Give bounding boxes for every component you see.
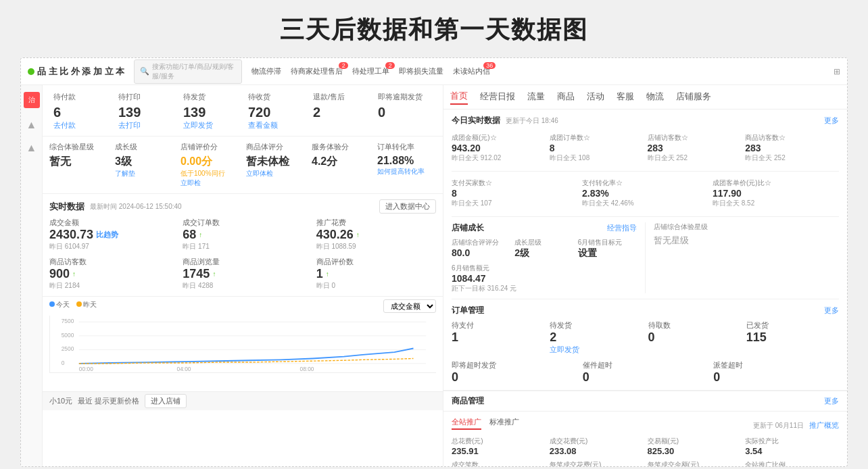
rr-label2-1: 支付转化率☆ <box>582 178 708 188</box>
nav-item-liuliang[interactable]: 即将损失流量 <box>399 66 443 76</box>
tab-jingying[interactable]: 经营日报 <box>480 91 515 104</box>
nav-item-zhanneixin[interactable]: 未读站内信 36 <box>453 66 490 76</box>
chart-selector[interactable]: 成交金额 <box>383 299 436 313</box>
exp-dianjia: 店铺评价分 0.00分 低于100%同行 立即检 <box>180 142 239 188</box>
order-link-1[interactable]: 立即发货 <box>550 345 642 355</box>
rt-fangke-icon: ↑ <box>72 270 76 278</box>
order-label2-0: 即将超时发货 <box>452 360 577 370</box>
tab-dianpufuwu[interactable]: 店铺服务 <box>676 91 711 104</box>
top-right-collapse[interactable]: ⊞ <box>834 67 840 76</box>
daifahuo-link[interactable]: 立即发货 <box>183 120 237 130</box>
tab-kefu[interactable]: 客服 <box>617 91 634 104</box>
rr-sub-1: 昨日全天 108 <box>550 153 644 163</box>
right-realtime-title: 今日实时数据 <box>452 115 500 126</box>
left-icon-1[interactable]: 治 <box>24 92 40 108</box>
store-experience-star: 店铺综合体验星级 暂无星级 <box>654 222 839 293</box>
realtime-section: 实时数据 最新时间 2024-06-12 15:50:40 进入数据中心 成交金… <box>43 194 443 297</box>
dianjia-value: 0.00分 <box>180 155 239 169</box>
promo-update: 更新于 06月11日 <box>753 421 804 430</box>
daiyin-link[interactable]: 去打印 <box>118 120 172 130</box>
tab-shouye[interactable]: 首页 <box>450 90 468 105</box>
realtime-update-time: 最新时间 2024-06-12 15:50:40 <box>90 202 182 212</box>
promo-label-3: 实际投产比 <box>745 437 839 446</box>
promo-value-1: 233.08 <box>550 446 644 456</box>
stat-daifukuan: 待付款 6 去付款 <box>53 92 107 130</box>
experience-row: 综合体验星级 暂无 成长级 3级 了解垫 店铺评价分 0.00分 低于100%同… <box>43 137 443 194</box>
chart-svg: 7500 5000 2500 0 00:00 04:00 <box>49 316 436 373</box>
promo-more[interactable]: 推广概览 <box>809 420 839 430</box>
daifukuan-label: 待付款 <box>53 92 107 102</box>
store-growth-link[interactable]: 经营指导 <box>607 223 637 233</box>
dianjia-link[interactable]: 立即检 <box>180 178 239 188</box>
rr-stat-3: 商品访客数☆ 283 昨日全天 252 <box>745 130 839 166</box>
left-icon-2: ▲ <box>26 119 37 131</box>
search-bar[interactable]: 🔍 搜索功能/订单/商品/规则/客服/服务 <box>134 59 242 84</box>
rr-value-2: 283 <box>648 143 742 153</box>
rr-stat2-2: 成团客单价(元)比☆ 117.90 昨日全天 8.52 <box>713 176 839 211</box>
growth-june-amount: 6月销售额元 1084.47 距下一目标 316.24 元 <box>452 264 574 293</box>
promo-label-1: 成交花费(元) <box>550 437 644 446</box>
rt-shangpinfangke-value: 900 ↑ <box>49 267 169 281</box>
rt-chengjiaodanshu-value: 68 ↑ <box>183 228 302 242</box>
rt-tuiguanghuafei: 推广花费 430.26 ↑ 昨日 1088.59 <box>316 218 436 251</box>
growth-june-target-label: 6月销售目标元 <box>578 238 637 247</box>
tab-huodong[interactable]: 活动 <box>587 91 604 104</box>
chenzhangji-link[interactable]: 了解垫 <box>115 169 174 178</box>
rr-sub2-0: 昨日全天 107 <box>452 199 578 208</box>
rt-shangpinliulanliang-value: 1745 ↑ <box>183 267 302 281</box>
wuliu-label: 物流停滞 <box>251 66 281 76</box>
dingdanzhuanhua-value: 21.88% <box>377 155 436 167</box>
star-value: 暂无星级 <box>654 234 839 247</box>
shangpintifen-link[interactable]: 立即体检 <box>246 169 305 178</box>
order-item-1: 待发货 2 立即发货 <box>550 320 642 355</box>
promo-label2-2: 每笔成交金额(元) <box>648 460 742 466</box>
tab-liuliang[interactable]: 流量 <box>527 91 545 104</box>
order-grid2: 即将超时发货 0 催件超时 0 派签超时 0 <box>452 360 839 385</box>
gongdan-label: 待处理工单 <box>352 66 389 76</box>
growth-june-target-value[interactable]: 设置 <box>578 247 637 260</box>
rt-chengjiaodanshu: 成交订单数 68 ↑ 昨日 171 <box>183 218 302 251</box>
tab-wuliu[interactable]: 物流 <box>646 91 664 104</box>
shouhou-badge: 2 <box>339 62 348 69</box>
bottom-strip: 小10元 最近 提示更新价格 进入店铺 <box>43 391 443 410</box>
zonghepingfen-label: 综合体验星级 <box>49 142 108 152</box>
dingdanzhuanhua-link[interactable]: 如何提高转化率 <box>377 167 436 176</box>
enter-store-btn[interactable]: 进入店铺 <box>145 394 187 408</box>
promo-tab-quanzhan[interactable]: 全站推广 <box>452 417 481 430</box>
tab-shangpin[interactable]: 商品 <box>557 91 575 104</box>
daishouhuo-link[interactable]: 查看金额 <box>248 120 302 130</box>
order-value-1: 2 <box>550 330 642 345</box>
exp-dingdanzhuanhua: 订单转化率 21.88% 如何提高转化率 <box>377 142 436 188</box>
product-mgmt-more[interactable]: 更多 <box>824 396 839 406</box>
promo-label2-1: 每笔成交花费(元) <box>550 460 644 466</box>
enter-datacenter-btn[interactable]: 进入数据中心 <box>379 199 436 214</box>
realtime-title: 实时数据 <box>49 201 85 213</box>
fuwutifen-value: 4.2分 <box>312 155 370 169</box>
status-dot <box>28 68 34 75</box>
order-label-1: 待发货 <box>550 320 642 330</box>
right-realtime-more[interactable]: 更多 <box>824 116 839 126</box>
svg-text:00:00: 00:00 <box>79 366 93 372</box>
rt-chengjiaodanshu-sub: 昨日 171 <box>183 242 302 251</box>
right-nav: 首页 经营日报 流量 商品 活动 客服 物流 店铺服务 <box>443 85 847 109</box>
promo-tab-biaozhun[interactable]: 标准推广 <box>489 417 519 430</box>
rt-chengjiaojine-label: 成交金额 <box>49 218 169 228</box>
rr-stat-0: 成团金额(元)☆ 943.20 昨日全天 912.02 <box>452 130 546 166</box>
right-panel: 首页 经营日报 流量 商品 活动 客服 物流 店铺服务 今日实时数据 更新于今日… <box>443 85 847 466</box>
promo-label-0: 总花费(元) <box>452 437 546 446</box>
nav-item-wuliu[interactable]: 物流停滞 <box>251 66 281 76</box>
nav-item-shouhou[interactable]: 待商家处理售后 2 <box>291 66 343 76</box>
daifukuan-link[interactable]: 去付款 <box>53 120 107 130</box>
growth-june-amount-sub: 距下一目标 316.24 元 <box>452 284 574 293</box>
left-icon-3: ▲ <box>26 142 37 154</box>
bottom-item-label: 小10元 <box>49 396 72 406</box>
dianjia-note: 低于100%同行 <box>180 169 239 178</box>
daifukuan-value: 6 <box>53 105 107 120</box>
daishouhuo-label: 待收货 <box>248 92 302 102</box>
order-mgmt-more[interactable]: 更多 <box>824 305 839 316</box>
order-item-0: 待支付 1 <box>452 320 544 355</box>
main-container: 品 主 比 外 添 加 立 本 🔍 搜索功能/订单/商品/规则/客服/服务 物流… <box>20 57 848 467</box>
nav-item-gongdan[interactable]: 待处理工单 2 <box>352 66 389 76</box>
rt-chengjiaojine-link[interactable]: 比趋势 <box>96 230 118 240</box>
rr-stat-2: 店铺访客数☆ 283 昨日全天 252 <box>648 130 742 166</box>
